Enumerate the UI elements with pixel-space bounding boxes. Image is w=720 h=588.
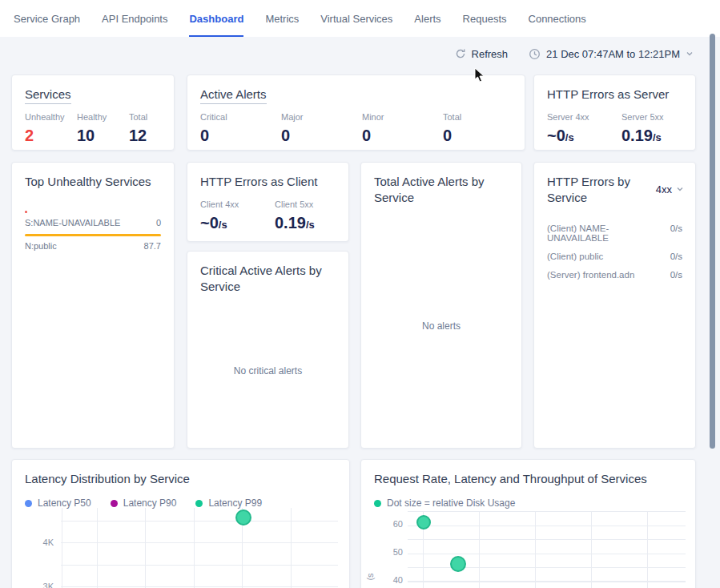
latency-distribution-chart-card: Latency Distribution by Service Latency … (11, 459, 350, 588)
time-range-label: 21 Dec 07:47AM to 12:21PM (546, 48, 680, 60)
service-value: 0/s (670, 224, 682, 243)
tab-dashboard[interactable]: Dashboard (189, 0, 243, 37)
http-errors-as-server-card: HTTP Errors as Server Server 4xx ~0/s Se… (533, 75, 696, 151)
stat-critical: Critical 0 (200, 112, 267, 144)
total-alerts-title: Total Active Alerts by Service (374, 174, 502, 206)
disk-usage-dot-icon (374, 500, 381, 507)
no-alerts-message: No alerts (361, 320, 521, 332)
critical-alerts-title: Critical Active Alerts by Service (200, 263, 336, 295)
rlt-chart-legend: Dot size = relative Disk Usage (374, 497, 682, 509)
rlt-y-axis-label: (s (365, 573, 375, 580)
stat-server-4xx: Server 4xx ~0/s (547, 112, 621, 147)
tab-api-endpoints[interactable]: API Endpoints (102, 0, 167, 37)
http-client-stats: Client 4xx ~0/s Client 5xx 0.19/s (200, 199, 336, 234)
total-active-alerts-card: Total Active Alerts by Service No alerts (360, 162, 522, 449)
stat-total-alerts: Total 0 (443, 112, 510, 144)
y-axis-tick: 4K (30, 538, 54, 547)
stat-client-5xx: Client 5xx 0.19/s (275, 199, 349, 234)
bar-value: 0 (156, 218, 161, 228)
latency-chart-title: Latency Distribution by Service (25, 471, 336, 487)
stat-minor: Minor 0 (362, 112, 429, 144)
bar-item: N:public 87.7 (25, 234, 161, 251)
latency-plot-area (61, 508, 338, 588)
top-navigation-bar: Service Graph API Endpoints Dashboard Me… (0, 0, 720, 37)
service-label: (Client) public (547, 252, 603, 261)
http-errors-as-client-card: HTTP Errors as Client Client 4xx ~0/s Cl… (187, 162, 349, 242)
chevron-down-icon (676, 182, 684, 196)
rlt-chart-title: Request Rate, Latency and Throughput of … (374, 471, 682, 487)
bar-label: N:public (25, 241, 57, 251)
service-value: 0/s (670, 270, 682, 280)
http-server-card-title: HTTP Errors as Server (547, 87, 682, 103)
service-value: 0/s (670, 252, 682, 261)
active-alerts-card-title[interactable]: Active Alerts (200, 87, 512, 103)
p90-dot-icon (111, 500, 118, 507)
toolbar: Refresh 21 Dec 07:47AM to 12:21PM (455, 43, 694, 64)
scatter-point[interactable] (450, 556, 466, 572)
latency-chart-legend: Latency P50 Latency P90 Latency P99 (25, 497, 336, 509)
service-label: (Client) NAME-UNAVAILABLE (547, 224, 670, 243)
y-axis-tick: 60 (379, 519, 403, 529)
bar-item: S:NAME-UNAVAILABLE 0 (25, 211, 161, 228)
service-error-rows: (Client) NAME-UNAVAILABLE 0/s (Client) p… (547, 224, 682, 280)
refresh-label: Refresh (472, 48, 509, 60)
tab-virtual-services[interactable]: Virtual Services (320, 0, 392, 37)
stat-unhealthy: Unhealthy 2 (25, 112, 63, 144)
bar-value: 87.7 (144, 241, 161, 251)
p50-dot-icon (25, 500, 32, 507)
top-unhealthy-services-card: Top Unhealthy Services S:NAME-UNAVAILABL… (11, 162, 175, 449)
legend-item-p99[interactable]: Latency P99 (195, 497, 262, 509)
chevron-down-icon (686, 50, 694, 58)
active-alerts-stats: Critical 0 Major 0 Minor 0 Total 0 (200, 112, 512, 144)
legend-item-p50[interactable]: Latency P50 (25, 497, 91, 509)
error-class-dropdown[interactable]: 4xx (656, 182, 684, 196)
services-card-title[interactable]: Services (25, 87, 161, 103)
top-unhealthy-title: Top Unhealthy Services (25, 174, 161, 190)
unhealthy-bar-list: S:NAME-UNAVAILABLE 0 N:public 87.7 (25, 211, 161, 251)
table-row: (Client) public 0/s (547, 252, 682, 261)
stat-total-services: Total 12 (129, 112, 167, 144)
tab-connections[interactable]: Connections (529, 0, 586, 37)
refresh-icon (455, 48, 466, 59)
bar-label: S:NAME-UNAVAILABLE (25, 218, 120, 228)
refresh-button[interactable]: Refresh (455, 48, 509, 60)
time-range-picker[interactable]: 21 Dec 07:47AM to 12:21PM (529, 48, 694, 60)
services-card: Services Unhealthy 2 Healthy 10 Total 12 (11, 75, 175, 151)
service-label: (Server) frontend.adn (547, 270, 634, 280)
vertical-scrollbar-thumb[interactable] (710, 34, 715, 449)
rlt-plot-area (408, 511, 686, 588)
bar-s-name-unavailable (25, 211, 27, 213)
y-axis-tick: 50 (379, 547, 403, 557)
tab-alerts[interactable]: Alerts (414, 0, 440, 37)
http-errors-by-service-card: HTTP Errors by Service 4xx (Client) NAME… (533, 162, 696, 449)
stat-major: Major 0 (281, 112, 348, 144)
http-by-service-title: HTTP Errors by Service (547, 174, 647, 206)
stat-healthy: Healthy 10 (77, 112, 115, 144)
no-critical-alerts-message: No critical alerts (187, 365, 348, 377)
dropdown-value: 4xx (656, 183, 672, 195)
http-client-card-title: HTTP Errors as Client (200, 174, 336, 190)
table-row: (Server) frontend.adn 0/s (547, 270, 682, 280)
scatter-point[interactable] (416, 515, 431, 530)
legend-item-disk-usage[interactable]: Dot size = relative Disk Usage (374, 497, 515, 509)
tab-requests[interactable]: Requests (463, 0, 507, 37)
request-rate-latency-throughput-card: Request Rate, Latency and Throughput of … (360, 459, 696, 588)
bar-n-public (25, 234, 161, 236)
y-axis-tick: 3K (30, 582, 54, 588)
clock-icon (529, 48, 541, 60)
tab-bar: Service Graph API Endpoints Dashboard Me… (0, 0, 720, 37)
legend-item-p90[interactable]: Latency P90 (111, 497, 177, 509)
mouse-cursor (474, 67, 485, 87)
p99-dot-icon (195, 500, 203, 507)
tab-metrics[interactable]: Metrics (265, 0, 299, 37)
stat-server-5xx: Server 5xx 0.19/s (621, 112, 696, 147)
stat-client-4xx: Client 4xx ~0/s (200, 199, 275, 234)
http-server-stats: Server 4xx ~0/s Server 5xx 0.19/s (547, 112, 682, 147)
critical-active-alerts-card: Critical Active Alerts by Service No cri… (187, 251, 349, 449)
services-stats: Unhealthy 2 Healthy 10 Total 12 (25, 112, 161, 144)
y-axis-tick: 40 (379, 575, 403, 585)
tab-service-graph[interactable]: Service Graph (14, 0, 80, 37)
table-row: (Client) NAME-UNAVAILABLE 0/s (547, 224, 682, 243)
